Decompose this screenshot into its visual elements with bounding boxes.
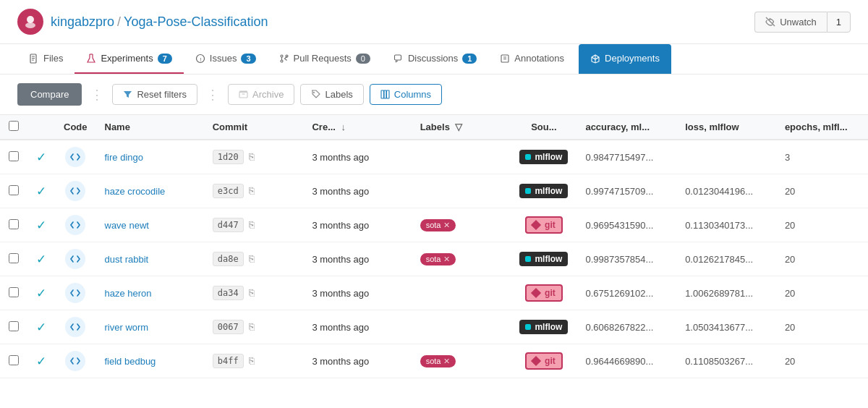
row-name-cell[interactable]: haze heron [96, 276, 204, 310]
table-row: ✓ haze crocodile e3cd ⎘ 3 months ago mlf… [0, 174, 868, 208]
archive-label: Archive [252, 89, 284, 100]
experiment-name-link[interactable]: haze crocodile [105, 186, 166, 197]
code-badge-icon [65, 283, 85, 303]
copy-commit-icon[interactable]: ⎘ [249, 355, 255, 366]
unwatch-button[interactable]: Unwatch [754, 12, 827, 33]
experiment-name-link[interactable]: fire dingo [105, 152, 143, 163]
copy-commit-icon[interactable]: ⎘ [249, 185, 255, 196]
accuracy-value: 0.9695431590... [585, 220, 653, 231]
col-header-epochs[interactable]: epochs, mlfl... [776, 115, 868, 140]
commit-hash[interactable]: 1d20 [213, 150, 244, 164]
experiment-name-link[interactable]: haze heron [105, 288, 152, 299]
row-created-cell: 3 months ago [303, 310, 411, 344]
compare-button[interactable]: Compare [17, 83, 82, 106]
col-accuracy-label: accuracy, ml... [585, 122, 650, 132]
toolbar: Compare ⋮ Reset filters ⋮ Archive Labels… [0, 75, 868, 115]
row-name-cell[interactable]: dust rabbit [96, 242, 204, 276]
row-status-cell: ✓ [27, 310, 55, 344]
table-row: ✓ dust rabbit da8e ⎘ 3 months ago sota ✕… [0, 242, 868, 276]
row-checkbox[interactable] [9, 185, 19, 195]
col-header-loss[interactable]: loss, mlflow [676, 115, 776, 140]
tab-annotations[interactable]: Annotations [488, 44, 576, 74]
epochs-value: 20 [785, 254, 795, 265]
labels-button[interactable]: Labels [300, 84, 363, 105]
col-header-name[interactable]: Name [96, 115, 204, 140]
row-checkbox[interactable] [9, 287, 19, 297]
tab-issues[interactable]: ! Issues 3 [184, 44, 268, 74]
commit-hash[interactable]: b4ff [213, 354, 244, 368]
copy-commit-icon[interactable]: ⎘ [249, 219, 255, 230]
columns-button[interactable]: Columns [370, 84, 442, 105]
org-name[interactable]: kingabzpro [51, 14, 114, 29]
select-all-checkbox[interactable] [9, 121, 19, 131]
row-check-cell[interactable] [0, 208, 27, 242]
tab-files[interactable]: Files [17, 44, 75, 74]
row-check-cell[interactable] [0, 344, 27, 378]
col-header-commit[interactable]: Commit [204, 115, 304, 140]
row-labels-cell [412, 276, 511, 310]
tab-deployments[interactable]: Deployments [579, 44, 671, 74]
col-header-source[interactable]: Sou... [511, 115, 576, 140]
code-brackets-icon [69, 355, 81, 367]
commit-hash[interactable]: da8e [213, 252, 244, 266]
tab-discussions[interactable]: Discussions 1 [382, 44, 488, 74]
svg-rect-22 [386, 90, 389, 98]
col-epochs-label: epochs, mlfl... [785, 122, 848, 132]
row-name-cell[interactable]: field bedbug [96, 344, 204, 378]
pull-requests-icon [279, 54, 289, 64]
row-checkbox[interactable] [9, 219, 19, 229]
row-name-cell[interactable]: river worm [96, 310, 204, 344]
row-checkbox[interactable] [9, 355, 19, 365]
row-epochs-cell: 20 [776, 344, 868, 378]
commit-hash[interactable]: da34 [213, 286, 244, 300]
row-check-cell[interactable] [0, 310, 27, 344]
row-status-cell: ✓ [27, 208, 55, 242]
columns-label: Columns [394, 89, 431, 100]
table-row: ✓ fire dingo 1d20 ⎘ 3 months ago mlflow … [0, 140, 868, 174]
experiment-name-link[interactable]: wave newt [105, 220, 149, 231]
tab-experiments[interactable]: Experiments 7 [75, 44, 183, 74]
col-header-created[interactable]: Cre... ↓ [303, 115, 411, 140]
col-header-check[interactable] [0, 115, 27, 140]
table-row: ✓ wave newt d447 ⎘ 3 months ago sota ✕ g… [0, 208, 868, 242]
row-name-cell[interactable]: fire dingo [96, 140, 204, 174]
row-name-cell[interactable]: haze crocodile [96, 174, 204, 208]
experiment-name-link[interactable]: field bedbug [105, 356, 156, 367]
experiments-icon [86, 54, 96, 64]
copy-commit-icon[interactable]: ⎘ [249, 287, 255, 298]
labels-filter-icon: ▽ [455, 122, 462, 132]
row-check-cell[interactable] [0, 174, 27, 208]
experiment-name-link[interactable]: river worm [105, 322, 149, 333]
tab-files-label: Files [43, 53, 63, 64]
issues-icon: ! [195, 54, 205, 64]
row-name-cell[interactable]: wave newt [96, 208, 204, 242]
row-status-cell: ✓ [27, 276, 55, 310]
row-check-cell[interactable] [0, 242, 27, 276]
commit-hash[interactable]: d447 [213, 218, 244, 232]
col-header-code[interactable]: Code [55, 115, 96, 140]
copy-commit-icon[interactable]: ⎘ [249, 321, 255, 332]
commit-hash[interactable]: e3cd [213, 184, 244, 198]
row-labels-cell [412, 310, 511, 344]
row-check-cell[interactable] [0, 140, 27, 174]
experiment-name-link[interactable]: dust rabbit [105, 254, 149, 265]
label-remove-icon[interactable]: ✕ [443, 357, 450, 366]
col-header-accuracy[interactable]: accuracy, ml... [576, 115, 676, 140]
label-remove-icon[interactable]: ✕ [443, 221, 450, 230]
reset-filters-button[interactable]: Reset filters [112, 84, 197, 105]
copy-commit-icon[interactable]: ⎘ [249, 253, 255, 264]
tab-pull-requests[interactable]: Pull Requests 0 [268, 44, 382, 74]
archive-button[interactable]: Archive [228, 84, 294, 105]
label-remove-icon[interactable]: ✕ [443, 255, 450, 264]
row-checkbox[interactable] [9, 253, 19, 263]
col-header-labels[interactable]: Labels ▽ [412, 115, 511, 140]
row-check-cell[interactable] [0, 276, 27, 310]
toolbar-separator-1[interactable]: ⋮ [88, 87, 106, 103]
created-timestamp: 3 months ago [312, 322, 369, 333]
toolbar-separator-2[interactable]: ⋮ [203, 87, 222, 103]
commit-hash[interactable]: 0067 [213, 320, 244, 334]
row-checkbox[interactable] [9, 321, 19, 331]
repo-name[interactable]: Yoga-Pose-Classification [124, 14, 268, 29]
copy-commit-icon[interactable]: ⎘ [249, 151, 255, 162]
row-checkbox[interactable] [9, 151, 19, 161]
